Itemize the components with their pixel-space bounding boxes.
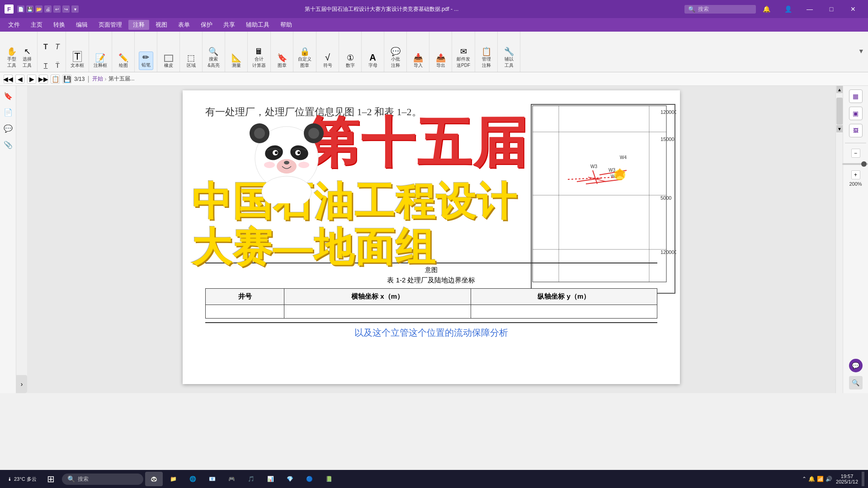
search-highlight-btn[interactable]: 🔍 搜索&高亮 xyxy=(206,46,222,70)
measure-btn[interactable]: 📐 测量 xyxy=(229,52,244,70)
taskbar-app-3[interactable]: 🎵 xyxy=(242,472,260,486)
menu-form[interactable]: 表单 xyxy=(174,20,194,30)
comments-icon[interactable]: 💬 xyxy=(2,122,14,135)
scroll-thumb[interactable] xyxy=(836,98,843,125)
print-btn[interactable]: 🖨 xyxy=(44,5,52,13)
show-desktop-btn[interactable] xyxy=(862,472,864,486)
last-page-btn[interactable]: ▶▶ xyxy=(39,75,48,84)
taskbar-app-pdf[interactable]: 🐼 xyxy=(145,472,163,486)
prev-page-btn[interactable]: ◀ xyxy=(15,75,24,84)
breadcrumb-start[interactable]: 开始 xyxy=(92,75,103,83)
symbol-btn[interactable]: √ 符号 xyxy=(321,52,335,70)
start-button[interactable]: ⊞ xyxy=(42,472,60,486)
copy-btn[interactable]: 📋 xyxy=(51,75,60,84)
save-copy-btn[interactable]: 💾 xyxy=(62,75,71,84)
scroll-up-btn[interactable]: ▲ xyxy=(836,86,843,93)
close-btn[interactable]: ✕ xyxy=(843,0,863,18)
menu-home[interactable]: 主页 xyxy=(26,20,47,30)
redo-btn[interactable]: ↪ xyxy=(62,5,70,13)
svg-point-14 xyxy=(298,162,309,168)
scroll-down-btn[interactable]: ▼ xyxy=(836,125,843,132)
undo-btn[interactable]: ↩ xyxy=(53,5,61,13)
textbox-btn[interactable]: T 文本框 xyxy=(69,50,86,70)
taskbar-app-game[interactable]: 🎮 xyxy=(223,472,241,486)
attachments-icon[interactable]: 📎 xyxy=(2,138,14,151)
taskbar-app-email[interactable]: 📧 xyxy=(203,472,221,486)
menu-help[interactable]: 帮助 xyxy=(276,20,297,30)
account-btn[interactable]: 👤 xyxy=(778,0,798,18)
letter-btn[interactable]: A 字母 xyxy=(366,52,380,70)
stamp-btn[interactable]: 🔖 图章 xyxy=(275,52,289,70)
first-page-btn[interactable]: ◀◀ xyxy=(4,75,13,84)
hand-tool-btn[interactable]: ✋ 手型工具 xyxy=(5,46,19,70)
right-panel-chat-btn[interactable]: 💬 xyxy=(849,359,863,372)
systray-icons[interactable]: ⌃ 🔔 📶 🔊 xyxy=(802,476,832,482)
zoom-slider-thumb[interactable] xyxy=(861,161,867,167)
small-note-btn[interactable]: 💬 小批注释 xyxy=(388,46,403,70)
menu-tools[interactable]: 辅助工具 xyxy=(241,20,274,30)
pencil-btn[interactable]: ✏ 铅笔 xyxy=(139,52,153,70)
text-btn-T3[interactable]: T xyxy=(40,61,51,70)
import-btn[interactable]: 📥 导入 xyxy=(411,52,425,70)
search-input[interactable] xyxy=(698,6,752,12)
taskbar-app-folder[interactable]: 📁 xyxy=(165,472,182,486)
note-btn[interactable]: 📝 注释框 xyxy=(92,52,109,70)
bookmark-icon[interactable]: 🔖 xyxy=(2,89,14,102)
zoom-out-btn[interactable]: − xyxy=(851,149,860,158)
folder-icon: 📁 xyxy=(170,476,177,482)
right-panel-btn-1[interactable]: ▦ xyxy=(849,89,863,103)
ribbon-collapse-btn[interactable]: ▲ xyxy=(856,32,866,72)
open-btn[interactable]: 📂 xyxy=(35,5,42,13)
calc-btn[interactable]: 🖩 合计计算器 xyxy=(250,46,268,70)
menu-protect[interactable]: 保护 xyxy=(196,20,217,30)
menu-annotate[interactable]: 注释 xyxy=(128,20,149,30)
taskbar-app-4[interactable]: 📊 xyxy=(262,472,279,486)
maximize-btn[interactable]: □ xyxy=(821,0,842,18)
right-panel-btn-3[interactable]: 🖽 xyxy=(849,124,863,137)
menu-edit[interactable]: 编辑 xyxy=(71,20,92,30)
right-panel-btn-2[interactable]: ▣ xyxy=(849,107,863,120)
pages-icon[interactable]: 📄 xyxy=(2,106,14,118)
text-btn-T4[interactable]: T̈ xyxy=(52,61,63,70)
taskbar-search[interactable]: 🔍 搜索 xyxy=(62,474,143,485)
system-clock[interactable]: 19:57 2025/1/12 xyxy=(836,474,858,484)
text-btn-T2[interactable]: T xyxy=(52,42,63,52)
save-btn[interactable]: 💾 xyxy=(26,5,33,13)
next-page-btn[interactable]: ▶ xyxy=(27,75,36,84)
notification-btn[interactable]: 🔔 xyxy=(756,0,777,18)
page-nav-left[interactable]: › xyxy=(16,375,27,393)
ribbon-textbox-row: T 文本框 xyxy=(69,33,86,70)
new-btn[interactable]: 📄 xyxy=(17,5,24,13)
eraser-btn[interactable]: 橡皮 xyxy=(161,53,176,70)
region-btn[interactable]: ⬚ 区域 xyxy=(184,52,198,70)
zoom-in-btn[interactable]: + xyxy=(851,170,860,179)
manage-btn[interactable]: 📋 管理注释 xyxy=(479,46,494,70)
email-btn[interactable]: ✉ 邮件发送PDF xyxy=(455,46,472,70)
minimize-btn[interactable]: — xyxy=(799,0,820,18)
right-panel-search-btn[interactable]: 🔍 xyxy=(849,376,863,389)
text-btn-T1[interactable]: T xyxy=(40,42,51,52)
svg-line-31 xyxy=(586,179,622,184)
taskbar-app-6[interactable]: 🔵 xyxy=(301,472,318,486)
drawing-btn[interactable]: ✏️ 绘图 xyxy=(116,52,131,70)
taskbar-app-browser[interactable]: 🌐 xyxy=(184,472,202,486)
menu-page[interactable]: 页面管理 xyxy=(94,20,127,30)
select-tool-btn[interactable]: ↖ 选择工具 xyxy=(20,46,34,70)
taskbar-app-5[interactable]: 💎 xyxy=(281,472,299,486)
number-btn[interactable]: ① 数字 xyxy=(343,52,358,70)
export-btn[interactable]: 📤 导出 xyxy=(434,52,448,70)
search-bar[interactable]: 🔍 xyxy=(684,5,756,14)
dropdown-btn[interactable]: ▾ xyxy=(71,5,79,13)
scrollbar[interactable]: ▲ ▼ xyxy=(835,86,843,393)
zoom-slider[interactable] xyxy=(842,163,868,165)
custom-stamp-btn[interactable]: 🔒 自定义图章 xyxy=(296,46,313,70)
current-page: 3 xyxy=(74,76,77,82)
menu-share[interactable]: 共享 xyxy=(219,20,240,30)
app6-icon: 🔵 xyxy=(306,476,313,482)
taskbar-app-excel[interactable]: 📗 xyxy=(320,472,338,486)
menu-file[interactable]: 文件 xyxy=(4,20,24,30)
menu-view[interactable]: 视图 xyxy=(151,20,172,30)
menu-convert[interactable]: 转换 xyxy=(49,20,70,30)
aux-btn[interactable]: 🔧 辅以工具 xyxy=(502,46,516,70)
ribbon-email-row: ✉ 邮件发送PDF xyxy=(455,33,472,70)
